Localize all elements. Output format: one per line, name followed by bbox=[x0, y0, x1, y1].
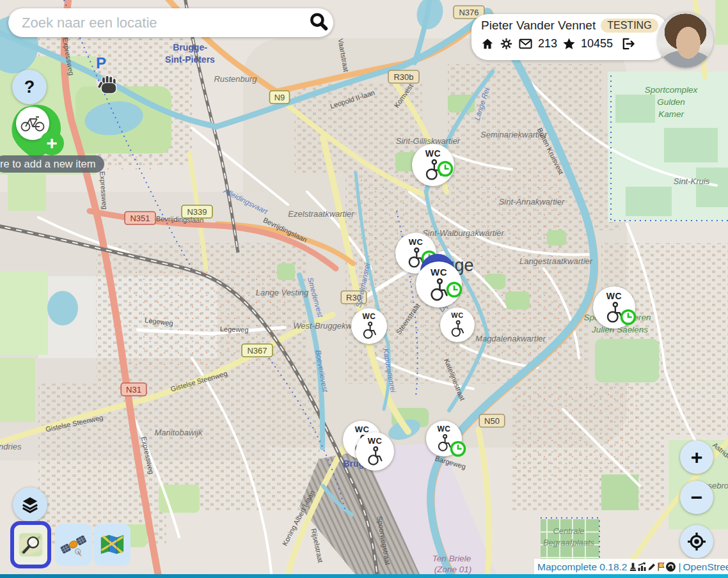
road-shield: N50 bbox=[479, 414, 505, 427]
basemap-osm-carto-button[interactable] bbox=[10, 521, 51, 568]
road-shield: N9 bbox=[270, 91, 290, 104]
map-label: Gulden bbox=[657, 97, 685, 107]
layers-button[interactable] bbox=[13, 487, 47, 522]
map-label: Sint-Kruis bbox=[674, 176, 710, 186]
wc-marker-label: WC bbox=[363, 313, 376, 320]
wc-marker[interactable]: WC bbox=[593, 286, 635, 329]
map-label: P bbox=[96, 54, 106, 72]
layers-icon bbox=[20, 495, 40, 514]
basemap-map-style-button[interactable] bbox=[93, 524, 131, 566]
wc-marker[interactable]: WC bbox=[351, 308, 387, 344]
wheelchair-icon bbox=[360, 321, 379, 340]
badge-circle-icon[interactable] bbox=[665, 561, 676, 572]
star-icon bbox=[562, 37, 576, 51]
edit-pen-icon[interactable] bbox=[647, 562, 656, 572]
opening-hours-clock-icon bbox=[446, 281, 463, 298]
crosshair-icon bbox=[687, 532, 706, 551]
search-input[interactable] bbox=[20, 14, 304, 32]
help-button[interactable]: ? bbox=[12, 70, 47, 104]
wc-marker[interactable]: WC bbox=[426, 421, 462, 457]
wc-marker[interactable]: WC bbox=[440, 308, 475, 342]
map-label: Legeweg bbox=[220, 325, 249, 334]
map-label: Lange Vesting bbox=[256, 288, 309, 297]
wc-marker-label: WC bbox=[606, 292, 622, 301]
map-label: Manitobawijk bbox=[154, 428, 203, 437]
settings-gear-icon[interactable] bbox=[500, 37, 513, 51]
openstreetmap-link[interactable]: OpenStreetMap bbox=[683, 561, 728, 573]
svg-text:N351: N351 bbox=[130, 214, 150, 223]
wc-marker-label: WC bbox=[355, 425, 370, 434]
map-label: Sportcomplex bbox=[645, 85, 699, 95]
statue-icon[interactable] bbox=[629, 562, 637, 572]
changeset-count: 10455 bbox=[581, 37, 613, 51]
wc-marker-label: WC bbox=[425, 149, 441, 158]
opening-hours-clock-icon bbox=[437, 160, 454, 177]
map-label: Rustenburg bbox=[214, 74, 257, 84]
bicycle-icon bbox=[20, 115, 45, 132]
logout-icon[interactable] bbox=[621, 36, 635, 51]
search-icon bbox=[308, 11, 329, 33]
geolocate-button[interactable] bbox=[680, 525, 713, 558]
map-label: Ezelstraatkwartier bbox=[288, 209, 354, 219]
map-label: Brugge- bbox=[173, 42, 207, 52]
wc-marker[interactable]: WC bbox=[412, 144, 454, 186]
svg-text:N339: N339 bbox=[187, 207, 207, 217]
map-label: West-Bruggekw bbox=[293, 321, 352, 331]
folded-map-icon bbox=[99, 531, 125, 558]
attribution-icons bbox=[629, 561, 676, 572]
wc-marker[interactable]: WC bbox=[356, 432, 394, 471]
map-label: Begraafplaats bbox=[543, 538, 595, 547]
svg-text:N376: N376 bbox=[459, 8, 479, 17]
map-label: Sint-Andries bbox=[0, 442, 22, 451]
add-new-item-tooltip: re to add a new item bbox=[0, 155, 104, 173]
wc-marker-label: WC bbox=[409, 238, 423, 246]
add-plus-badge[interactable]: + bbox=[40, 131, 64, 155]
map-label: Centrale bbox=[553, 526, 584, 536]
svg-text:N31: N31 bbox=[126, 385, 141, 394]
road-shield: N367 bbox=[242, 344, 273, 357]
map-label: Magdalenakwartier bbox=[475, 334, 546, 343]
zoom-out-button[interactable]: − bbox=[680, 481, 713, 514]
wc-marker-label: WC bbox=[438, 425, 451, 433]
road-shield: N351 bbox=[125, 212, 155, 224]
road-shield: N31 bbox=[121, 383, 146, 396]
user-panel[interactable]: Pieter Vander Vennet TESTING 213 bbox=[471, 14, 668, 60]
testing-badge: TESTING bbox=[601, 19, 658, 33]
messages-envelope-icon[interactable] bbox=[518, 36, 533, 51]
wc-marker-label: WC bbox=[431, 267, 447, 277]
map-label: Kamer bbox=[658, 109, 684, 119]
message-count: 213 bbox=[538, 37, 557, 51]
svg-text:N367: N367 bbox=[247, 346, 267, 355]
svg-text:R30b: R30b bbox=[393, 72, 413, 82]
svg-text:N9: N9 bbox=[274, 93, 285, 102]
wc-marker[interactable]: WC bbox=[416, 262, 462, 308]
hand-cursor-icon bbox=[97, 73, 120, 98]
statistics-icon[interactable] bbox=[637, 562, 647, 572]
basemap-satellite-button[interactable] bbox=[55, 524, 92, 566]
road-shield: R30b bbox=[388, 70, 419, 83]
flag-icon[interactable] bbox=[656, 562, 665, 572]
osm-map-magnifier-icon bbox=[18, 531, 44, 559]
map-label: Sint-Walburgakwartier bbox=[422, 228, 504, 238]
map-label: Sint-Pieters bbox=[165, 54, 215, 65]
user-name: Pieter Vander Vennet bbox=[481, 19, 596, 33]
search-button[interactable] bbox=[304, 10, 333, 36]
satellite-icon bbox=[60, 531, 87, 558]
map-label: Ten Briele bbox=[432, 554, 471, 563]
mapcomplete-version-link[interactable]: Mapcomplete 0.18.2 bbox=[537, 561, 627, 573]
mapcomplete-app: N376R30bN9N339N351N31N367R30N50 Rustenbu… bbox=[0, 0, 728, 578]
opening-hours-clock-icon bbox=[450, 441, 466, 457]
wc-marker-label: WC bbox=[368, 437, 383, 445]
home-icon[interactable] bbox=[480, 37, 495, 51]
wheelchair-icon bbox=[365, 446, 385, 466]
wheelchair-icon bbox=[448, 320, 466, 338]
map-label: (Zone 01) bbox=[434, 565, 472, 574]
search-bar bbox=[8, 8, 333, 37]
map-label: Langestraatkwartier bbox=[519, 256, 593, 266]
map-label: Sint-Annakwartier bbox=[499, 197, 565, 207]
wc-marker-label: WC bbox=[451, 312, 463, 319]
attribution-separator: | bbox=[678, 561, 681, 573]
user-avatar[interactable] bbox=[658, 12, 713, 68]
opening-hours-clock-icon bbox=[620, 309, 637, 325]
zoom-in-button[interactable]: + bbox=[680, 441, 713, 474]
